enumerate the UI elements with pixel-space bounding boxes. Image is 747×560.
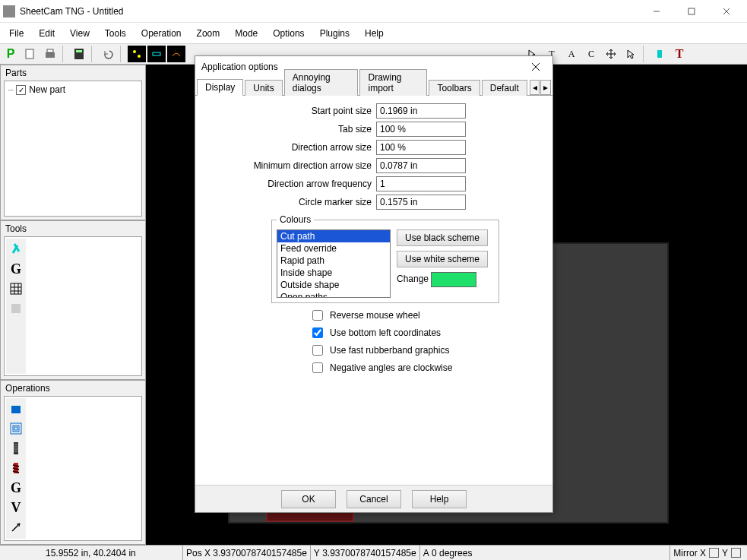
tool-hatch-icon[interactable]	[8, 299, 24, 318]
svg-rect-27	[14, 442, 18, 454]
app-icon	[3, 5, 15, 17]
maximize-button[interactable]	[674, 0, 709, 23]
label-min-dir-arrow-size: Minimum direction arrow size	[203, 160, 376, 171]
input-min-dir-arrow-size[interactable]	[376, 158, 466, 173]
tool-g-icon[interactable]: G	[8, 260, 24, 278]
menu-zoom[interactable]: Zoom	[189, 23, 228, 43]
mirrorx-checkbox[interactable]	[709, 548, 719, 558]
menu-view[interactable]: View	[62, 23, 97, 43]
row-reverse-mouse: Reverse mouse wheel	[203, 308, 545, 323]
arc-cursor-icon[interactable]: A	[562, 46, 581, 62]
change-colour-row: Change	[397, 272, 488, 287]
center-cursor-icon[interactable]: C	[582, 46, 600, 62]
statusbar: 15.9552 in, 40.2404 in Pos X 3.937007874…	[0, 545, 747, 560]
label-bottom-left: Use bottom left coordinates	[330, 327, 441, 338]
colour-item-open-paths[interactable]: Open paths	[277, 291, 390, 298]
menu-options[interactable]: Options	[265, 23, 312, 43]
tools-mini-toolbar: G	[6, 239, 26, 374]
help-button[interactable]: Help	[412, 490, 467, 508]
tab-default[interactable]: Default	[482, 80, 527, 96]
mirrory-checkbox[interactable]	[731, 548, 741, 558]
colours-listbox[interactable]: Cut path Feed override Rapid path Inside…	[277, 229, 391, 298]
colour-item-rapid-path[interactable]: Rapid path	[277, 255, 390, 267]
svg-rect-1	[688, 8, 695, 14]
colour-item-feed-override[interactable]: Feed override	[277, 242, 390, 255]
op-layer-icon[interactable]	[8, 400, 24, 418]
colour-swatch[interactable]	[431, 272, 476, 287]
menu-operation[interactable]: Operation	[134, 23, 189, 43]
check-neg-angles[interactable]	[312, 362, 323, 373]
menu-help[interactable]: Help	[357, 23, 391, 43]
parts-panel-body[interactable]: ···· ✓ New part	[4, 81, 142, 217]
minimize-button[interactable]	[639, 0, 674, 23]
input-tab-size[interactable]	[376, 122, 466, 137]
window-title: SheetCam TNG - Untitled	[20, 6, 639, 17]
part-checkbox[interactable]: ✓	[16, 85, 26, 95]
colour-side-controls: Use black scheme Use white scheme Change	[397, 229, 488, 298]
tab-toolbars[interactable]: Toolbars	[429, 80, 480, 96]
view-mode-1-icon[interactable]	[128, 46, 146, 62]
tab-annoying[interactable]: Annoying dialogs	[284, 69, 359, 96]
titlebar: SheetCam TNG - Untitled	[0, 0, 747, 23]
tools-panel-title: Tools	[1, 221, 145, 236]
menu-mode[interactable]: Mode	[227, 23, 265, 43]
calculator-icon[interactable]	[70, 46, 88, 62]
op-v-icon[interactable]: V	[8, 498, 24, 517]
tool-grid-icon[interactable]	[8, 280, 24, 298]
view-mode-3-icon[interactable]	[167, 46, 185, 62]
black-scheme-button[interactable]: Use black scheme	[397, 229, 488, 246]
tool-plasma-icon[interactable]	[8, 240, 24, 258]
menu-file[interactable]: File	[2, 23, 31, 43]
op-g-icon[interactable]: G	[8, 479, 24, 497]
input-dir-arrow-size[interactable]	[376, 140, 466, 155]
check-reverse-mouse[interactable]	[312, 310, 323, 321]
check-fast-rubber[interactable]	[312, 345, 323, 356]
colour-item-cut-path[interactable]: Cut path	[277, 230, 390, 242]
close-button[interactable]	[709, 0, 744, 23]
view-mode-2-icon[interactable]	[147, 46, 166, 62]
op-spiral-icon[interactable]	[8, 419, 24, 438]
op-arrow-icon[interactable]	[8, 518, 24, 536]
input-start-point-size[interactable]	[376, 103, 466, 119]
postprocess-icon[interactable]: P	[2, 46, 20, 62]
status-a: A 0 degrees	[419, 546, 476, 560]
tab-display[interactable]: Display	[197, 79, 243, 96]
status-coords: 15.9552 in, 40.2404 in	[0, 546, 182, 560]
op-stripe-icon[interactable]	[8, 459, 24, 477]
svg-rect-24	[11, 423, 21, 434]
colour-item-inside-shape[interactable]: Inside shape	[277, 267, 390, 279]
white-scheme-button[interactable]: Use white scheme	[397, 251, 488, 267]
tab-units[interactable]: Units	[245, 80, 282, 96]
check-bottom-left[interactable]	[312, 327, 323, 338]
svg-rect-5	[46, 52, 55, 58]
cursor2-icon[interactable]	[622, 46, 640, 62]
row-bottom-left: Use bottom left coordinates	[203, 325, 545, 340]
tab-drawing-import[interactable]: Drawing import	[359, 69, 427, 96]
status-mirror: Mirror X Y	[669, 546, 747, 560]
svg-rect-22	[11, 304, 21, 313]
new-file-icon[interactable]	[21, 46, 40, 62]
highlight-icon[interactable]	[650, 46, 669, 62]
tree-connector-icon: ····	[8, 86, 13, 94]
input-circle-marker-size[interactable]	[376, 195, 466, 210]
colour-item-outside-shape[interactable]: Outside shape	[277, 279, 390, 291]
operations-panel: Operations G V	[0, 380, 146, 545]
svg-rect-14	[657, 50, 662, 58]
parts-tree-item[interactable]: ···· ✓ New part	[6, 83, 140, 96]
dialog-close-button[interactable]	[525, 56, 546, 78]
ok-button[interactable]: OK	[281, 490, 336, 508]
undo-icon[interactable]	[99, 46, 117, 62]
label-fast-rubber: Use fast rubberband graphics	[330, 345, 449, 356]
move-icon[interactable]	[602, 46, 620, 62]
tab-scroll-right[interactable]: ▸	[540, 80, 551, 95]
svg-rect-4	[26, 49, 33, 59]
print-icon[interactable]	[41, 46, 59, 62]
input-dir-arrow-freq[interactable]	[376, 176, 466, 191]
tab-scroll-left[interactable]: ◂	[530, 80, 540, 95]
menu-plugins[interactable]: Plugins	[312, 23, 357, 43]
menu-edit[interactable]: Edit	[31, 23, 62, 43]
cancel-button[interactable]: Cancel	[347, 490, 401, 508]
op-tower-icon[interactable]	[8, 439, 24, 457]
menu-tools[interactable]: Tools	[97, 23, 134, 43]
text-tool-icon[interactable]: T	[670, 46, 688, 62]
